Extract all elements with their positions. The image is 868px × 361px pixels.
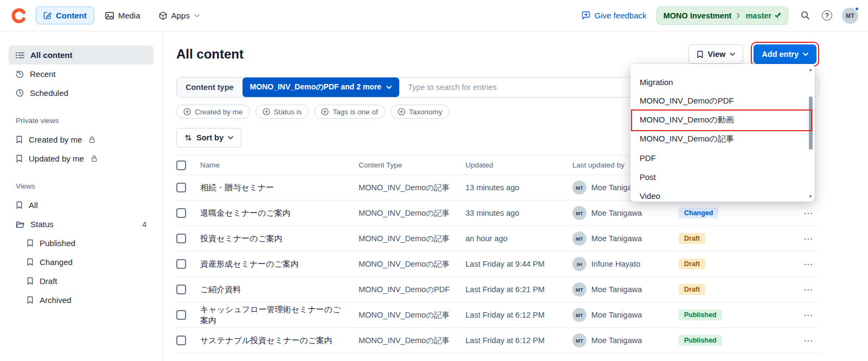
sidebar-item-all-content[interactable]: All content (9, 46, 154, 65)
sidebar-item-changed[interactable]: Changed (20, 253, 154, 272)
sidebar-item-label: Changed (40, 257, 73, 267)
sidebar-item-draft[interactable]: Draft (20, 272, 154, 291)
sidebar-item-scheduled[interactable]: Scheduled (9, 83, 154, 102)
help-icon[interactable]: ? (822, 10, 832, 21)
sidebar-item-label: Updated by me (29, 154, 84, 163)
avatar-initials: MT (846, 12, 854, 19)
entry-content-type: MONO_INV_Demoの記事 (359, 310, 465, 320)
menu-item-migration[interactable]: Migration (630, 73, 815, 92)
tab-content[interactable]: Content (36, 7, 94, 24)
row-actions-button[interactable]: ⋯ (785, 335, 819, 346)
history-icon (16, 70, 24, 78)
user-avatar: MT (572, 206, 586, 220)
avatar[interactable]: MT (842, 8, 858, 24)
menu-item-mono-inv-demo-pdf[interactable]: MONO_INV_DemoのPDF (630, 92, 815, 111)
sort-by-button[interactable]: Sort by (176, 128, 241, 147)
logo-icon (11, 8, 27, 24)
entry-name[interactable]: キャッシュフロー管理術セミナーのご案内 (200, 304, 359, 326)
apps-icon (159, 11, 167, 20)
menu-item-pdf[interactable]: PDF (630, 149, 815, 167)
views-title: Views (16, 182, 146, 190)
lock-icon (89, 136, 95, 143)
view-button[interactable]: View (688, 44, 744, 64)
row-checkbox[interactable] (176, 208, 186, 218)
tab-apps[interactable]: Apps (151, 7, 207, 24)
sidebar-item-created-by-me[interactable]: Created by me (9, 130, 154, 149)
entry-content-type: MONO_INV_Demoの記事 (359, 336, 465, 346)
table-row[interactable]: キャッシュフロー管理術セミナーのご案内 MONO_INV_Demoの記事 Las… (176, 302, 819, 328)
sidebar-item-label: Recent (30, 69, 56, 79)
sidebar-item-status[interactable]: Status 4 (9, 215, 154, 234)
row-checkbox[interactable] (176, 259, 186, 269)
entry-content-type: MONO_INV_DemoのPDF (359, 285, 465, 295)
environment-badge[interactable]: MONO Investment master (656, 7, 788, 25)
entry-name[interactable]: ご紹介資料 (200, 284, 359, 295)
row-checkbox[interactable] (176, 285, 186, 294)
select-all-checkbox[interactable] (176, 160, 186, 170)
folder-icon (16, 221, 24, 228)
table-row[interactable]: サステナブル投資セミナーのご案内 MONO_INV_Demoの記事 Last F… (176, 328, 819, 353)
row-actions-button[interactable]: ⋯ (785, 259, 819, 270)
entry-updated-by: Moe Tanigawa (591, 336, 642, 345)
chevron-right-icon (737, 13, 740, 18)
user-avatar: MT (572, 333, 586, 347)
sidebar-item-label: Published (40, 238, 75, 248)
row-checkbox[interactable] (176, 336, 186, 345)
environment-name: master (745, 11, 771, 20)
filter-chip-taxonomy[interactable]: Taxonomy (391, 105, 450, 119)
entry-name[interactable]: 相続・贈与セミナー (200, 182, 359, 193)
table-row[interactable]: 投資セミナーのご案内 MONO_INV_Demoの記事 an hour ago … (176, 226, 819, 252)
content-type-filter-pill[interactable]: MONO_INV_DemoのPDF and 2 more (242, 78, 399, 97)
entry-updated-by: Irifune Hayato (591, 260, 640, 268)
sidebar-item-archived[interactable]: Archived (20, 291, 154, 310)
table-row[interactable]: ご紹介資料 MONO_INV_DemoのPDF Last Friday at 6… (176, 277, 819, 302)
search-icon[interactable] (798, 9, 812, 23)
row-checkbox[interactable] (176, 310, 186, 320)
sidebar-item-published[interactable]: Published (20, 234, 154, 253)
entry-updated: Last Friday at 6:12 PM (465, 336, 572, 345)
filter-chip-created-by-me[interactable]: Created by me (176, 105, 250, 119)
table-row[interactable]: 退職金セミナーのご案内 MONO_INV_Demoの記事 33 minutes … (176, 201, 819, 226)
header-content-type: Content Type (359, 161, 465, 169)
bookmark-icon (27, 258, 34, 266)
sidebar-item-label: All content (30, 50, 73, 60)
entry-name[interactable]: 投資セミナーのご案内 (200, 233, 359, 244)
entry-name[interactable]: 資産形成セミナーのご案内 (200, 259, 359, 269)
scroll-up-icon[interactable]: ▴ (809, 67, 812, 72)
content-type-label: Content type (177, 78, 242, 97)
status-badge: Draft (679, 284, 705, 295)
row-actions-button[interactable]: ⋯ (785, 310, 819, 321)
sidebar-item-updated-by-me[interactable]: Updated by me (9, 149, 154, 168)
tab-media[interactable]: Media (98, 7, 148, 24)
sidebar-item-all[interactable]: All (9, 196, 154, 215)
add-entry-button[interactable]: Add entry (754, 44, 816, 64)
menu-scrollbar[interactable]: ▴ ▾ (807, 67, 814, 199)
menu-item-mono-inv-demo-video[interactable]: MONO_INV_Demoの動画 (630, 111, 815, 130)
menu-item-post[interactable]: Post (630, 167, 815, 186)
sidebar-item-label: Archived (40, 295, 71, 305)
primary-nav: Content Media Apps (36, 7, 207, 24)
entry-name[interactable]: 退職金セミナーのご案内 (200, 208, 359, 218)
row-actions-button[interactable]: ⋯ (785, 233, 819, 244)
give-feedback-link[interactable]: Give feedback (582, 11, 647, 20)
filter-chip-tags-is-one-of[interactable]: Tags is one of (314, 105, 385, 119)
plus-circle-icon (263, 108, 270, 115)
row-checkbox[interactable] (176, 234, 186, 243)
sidebar-item-recent[interactable]: Recent (9, 65, 154, 83)
entry-name[interactable]: サステナブル投資セミナーのご案内 (200, 335, 359, 346)
entry-updated-by: Moe Tanigawa (591, 234, 642, 243)
row-actions-button[interactable]: ⋯ (785, 284, 819, 295)
row-checkbox[interactable] (176, 183, 186, 192)
entry-content-type: MONO_INV_Demoの記事 (359, 183, 465, 193)
table-row[interactable]: 資産形成セミナーのご案内 MONO_INV_Demoの記事 Last Frida… (176, 252, 819, 277)
sidebar-item-label: Scheduled (30, 88, 68, 98)
filter-chip-status-is[interactable]: Status is (256, 105, 309, 119)
scroll-down-icon[interactable]: ▾ (809, 194, 812, 199)
menu-item-video[interactable]: Video (630, 186, 815, 202)
contentful-logo[interactable] (10, 7, 28, 25)
chevron-down-icon (228, 136, 233, 139)
plus-circle-icon (321, 108, 329, 115)
menu-item-mono-inv-demo-article[interactable]: MONO_INV_Demoの記事 (630, 130, 815, 149)
row-actions-button[interactable]: ⋯ (785, 208, 819, 219)
view-button-label: View (708, 50, 726, 59)
